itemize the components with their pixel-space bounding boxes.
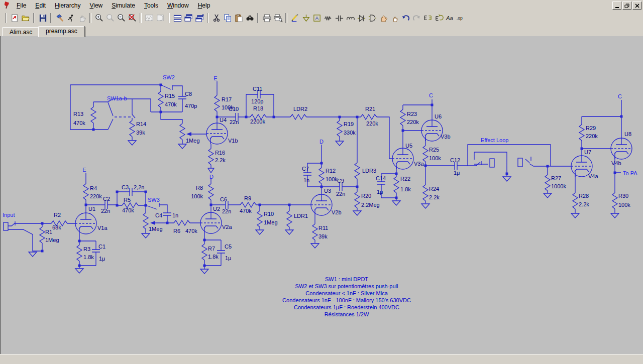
toolbar-separator	[140, 13, 142, 23]
input-jack-icon	[4, 222, 8, 230]
move-icon[interactable]	[378, 13, 389, 24]
spice-directive-icon[interactable]: .op	[455, 13, 466, 24]
drag-icon[interactable]	[389, 13, 400, 24]
r10-value: 1Meg	[264, 219, 278, 225]
restore-button[interactable]	[622, 2, 631, 10]
menu-tools[interactable]: Tools	[140, 1, 163, 10]
capacitor-icon[interactable]	[334, 13, 345, 24]
net-sw3: SW3	[148, 197, 160, 203]
undo-icon[interactable]	[400, 13, 411, 24]
diode-icon[interactable]	[356, 13, 367, 24]
u1-name: V1a	[97, 225, 108, 231]
c7-value: 1n	[303, 177, 309, 183]
r27-name: R27	[551, 175, 561, 181]
menu-simulate[interactable]: Simulate	[107, 1, 140, 10]
paste-icon[interactable]	[233, 13, 244, 24]
menu-help[interactable]: Help	[193, 1, 215, 10]
ldr3-name: LDR3	[362, 168, 376, 174]
r9-name: R9	[244, 195, 251, 201]
u7-name: V4a	[588, 173, 598, 179]
menu-bar: File Edit Hierarchy View Simulate Tools …	[0, 0, 643, 11]
u1-des: U1	[88, 206, 95, 212]
r14-name: R14	[136, 121, 146, 127]
minimize-button[interactable]	[612, 2, 621, 10]
note-6: Résistances 1/2W	[325, 311, 369, 317]
capacitors	[92, 90, 457, 253]
print-icon[interactable]	[261, 13, 272, 24]
mirror-icon[interactable]	[422, 13, 433, 24]
net-c-right: C	[618, 93, 622, 99]
component-icon[interactable]	[367, 13, 378, 24]
arrange-windows-icon[interactable]	[194, 13, 205, 24]
r3-name: R3	[83, 246, 90, 252]
op-icon-glyph: .op	[456, 16, 462, 21]
copy-icon[interactable]	[222, 13, 233, 24]
text-icon[interactable]: Aa	[444, 13, 455, 24]
cut-icon[interactable]	[211, 13, 222, 24]
menu-file[interactable]: File	[12, 1, 31, 10]
c9-name: C9	[337, 178, 344, 184]
menu-edit[interactable]: Edit	[31, 1, 50, 10]
r12-name: R12	[326, 168, 336, 174]
u5-name: V3a	[414, 161, 424, 167]
r4-value: 220k	[90, 193, 102, 199]
c8-value: 470p	[185, 103, 197, 109]
toolbar-separator	[257, 13, 259, 23]
print-preview-icon[interactable]	[272, 13, 283, 24]
ldr1-name: LDR1	[294, 213, 308, 219]
inductor-icon[interactable]	[345, 13, 356, 24]
c12-value: 1μ	[454, 170, 460, 176]
save-icon[interactable]	[37, 13, 48, 24]
halt-icon	[76, 13, 87, 24]
u5-des: U5	[405, 143, 412, 149]
zoom-out-icon[interactable]	[116, 13, 127, 24]
tile-windows-icon[interactable]	[172, 13, 183, 24]
c1-name: C1	[98, 244, 105, 250]
preamp-schematic[interactable]: R1 1Meg R2 68k R3 1.8k R4 220k R5 470k R…	[1, 36, 643, 354]
r17-name: R17	[222, 96, 232, 102]
cascade-windows-icon[interactable]	[183, 13, 194, 24]
wire-icon[interactable]	[289, 13, 300, 24]
r24-name: R24	[429, 186, 439, 192]
r1-name: R1	[45, 229, 52, 235]
r8-name: R8	[196, 185, 203, 191]
r8-value: 100k	[191, 193, 203, 199]
r10-name: R10	[264, 211, 274, 217]
return-jack-icon	[518, 158, 522, 167]
ground-icon[interactable]	[300, 13, 311, 24]
zoom-full-icon[interactable]	[127, 13, 138, 24]
label-icon[interactable]: A	[311, 13, 323, 24]
tab-preamp[interactable]: preamp.asc	[38, 26, 85, 37]
c5-name: C5	[225, 244, 232, 250]
tab-alim[interactable]: Alim.asc	[2, 27, 40, 37]
u6-des: U6	[435, 113, 442, 119]
new-schematic-icon[interactable]	[9, 13, 20, 24]
open-icon[interactable]	[20, 13, 31, 24]
r7-name: R7	[208, 246, 215, 252]
ground-symbols	[29, 141, 619, 274]
menu-window[interactable]: Window	[163, 1, 193, 10]
resistor-icon[interactable]	[323, 13, 334, 24]
zoom-in-icon[interactable]	[93, 13, 104, 24]
rotate-icon[interactable]	[433, 13, 444, 24]
close-button[interactable]	[632, 2, 641, 10]
u7-des: U7	[584, 149, 591, 155]
u3-des: U3	[324, 188, 331, 194]
toolbar-separator	[285, 13, 287, 23]
document-tabs: Alim.asc preamp.asc	[0, 25, 643, 37]
r18-value: 2200k	[250, 118, 265, 125]
u2-name: V2a	[222, 224, 232, 230]
menu-hierarchy[interactable]: Hierarchy	[50, 1, 85, 10]
r11-name: R11	[318, 225, 328, 231]
run-icon[interactable]	[65, 13, 76, 24]
r27-value: 1000k	[551, 183, 566, 189]
r6-name: R6	[173, 228, 180, 234]
menu-view[interactable]: View	[85, 1, 107, 10]
net-e-top: E	[213, 75, 217, 81]
control-panel-icon[interactable]	[54, 13, 65, 24]
schematic-canvas[interactable]: R1 1Meg R2 68k R3 1.8k R4 220k R5 470k R…	[0, 36, 643, 354]
c3-name: C3	[122, 184, 129, 190]
find-icon[interactable]	[244, 13, 255, 24]
c6-value: 22n	[222, 208, 231, 214]
net-sw2: SW2	[163, 74, 175, 80]
